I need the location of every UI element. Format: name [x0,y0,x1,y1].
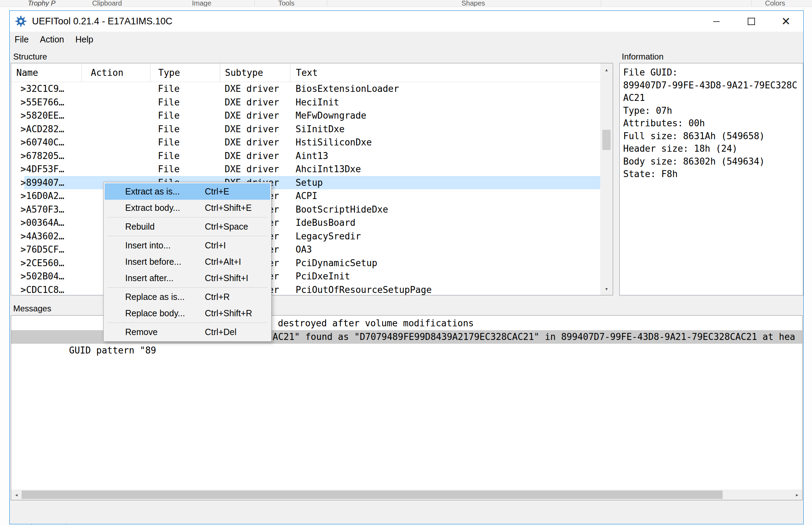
vertical-scrollbar-thumb[interactable] [602,130,611,150]
row-name-text: 55E766… [26,97,64,108]
expand-chevron-icon[interactable]: > [21,270,26,283]
menu-item-insert-after[interactable]: Insert after... Ctrl+Shift+I [105,270,270,286]
tree-row-aint13[interactable]: >678205… File DXE driver Aint13 [11,149,600,163]
expand-chevron-icon[interactable]: > [21,283,26,296]
cell-action [81,96,150,109]
row-name-text: 16D0A2… [26,191,64,201]
tree-row-biosextensionloader[interactable]: >32C1C9… File DXE driver BiosExtensionLo… [11,82,600,96]
tree-row-oa3[interactable]: >76D5CF… File DXE driver OA3 [11,243,600,256]
cell-text: PciDxeInit [290,270,600,283]
column-header-text[interactable]: Text [290,63,613,82]
cell-subtype: DXE driver [220,82,290,96]
row-name-text: A570F3… [26,204,64,215]
menu-item-rebuild[interactable]: Rebuild Ctrl+Space [105,218,270,235]
row-name-text: 60740C… [26,137,64,148]
close-button[interactable]: × [769,11,803,32]
expand-chevron-icon[interactable]: > [21,243,26,256]
column-header-subtype[interactable]: Subtype [220,63,290,82]
expand-chevron-icon[interactable]: > [21,176,26,190]
background-group-tools: Tools [278,0,295,7]
column-header-name[interactable]: Name [11,63,81,82]
cell-subtype: DXE driver [220,149,290,163]
scroll-left-button[interactable]: ◂ [11,490,22,500]
cell-text: SiInitDxe [290,122,600,136]
menubar-item-help[interactable]: Help [71,32,98,47]
menu-item-replace-as-is[interactable]: Replace as is... Ctrl+R [105,289,270,305]
cell-text: ACPI [290,189,600,203]
info-line: Attributes: 00h [623,117,803,130]
row-name-text: 2CE560… [26,258,64,268]
menubar-item-action[interactable]: Action [35,32,69,47]
menu-item-label: Extract body... [125,203,180,213]
tree-row-legacysredir[interactable]: >4A3602… File DXE driver LegacySredir [11,230,600,243]
scroll-right-icon: ▸ [795,491,799,498]
scroll-up-button[interactable]: ▴ [600,63,613,76]
tree-row-bootscripthidedxe[interactable]: >A570F3… File DXE driver BootScriptHideD… [11,203,600,216]
cell-name: >678205… [11,149,81,163]
close-icon: × [782,14,790,29]
menu-item-extract-body[interactable]: Extract body... Ctrl+Shift+E [105,200,270,216]
expand-chevron-icon[interactable]: > [21,136,26,149]
tree-row-pcioutofresourcesetuppage[interactable]: >CDC1C8… File DXE driver PciOutOfResourc… [11,283,600,296]
expand-chevron-icon[interactable]: > [21,162,26,176]
cell-type: File [150,136,220,149]
tree-row-idebusboard[interactable]: >00364A… File DXE driver IdeBusBoard [11,216,600,230]
cell-name: >32C1C9… [11,82,81,96]
expand-chevron-icon[interactable]: > [21,122,26,136]
expand-chevron-icon[interactable]: > [21,216,26,230]
info-line: 899407D7-99FE-43D8-9A21-79EC328C [623,79,803,92]
cell-name: >00364A… [11,216,81,230]
horizontal-scrollbar-thumb[interactable] [22,491,723,499]
expand-chevron-icon[interactable]: > [21,109,26,122]
menu-item-remove[interactable]: Remove Ctrl+Del [105,324,270,340]
expand-chevron-icon[interactable]: > [21,256,26,270]
horizontal-scrollbar[interactable]: ◂ ▸ [11,490,802,500]
cell-type: File [150,96,220,109]
tree-row-heciinit[interactable]: >55E766… File DXE driver HeciInit [11,96,600,109]
menu-item-label: Replace as is... [125,292,185,302]
vertical-scrollbar[interactable]: ▴ ▾ [600,63,613,295]
menubar: File Action Help [10,32,803,47]
menu-item-insert-before[interactable]: Insert before... Ctrl+Alt+I [105,254,270,270]
tree-row-hstisilicondxe[interactable]: >60740C… File DXE driver HstiSiliconDxe [11,136,600,149]
menu-item-label: Insert after... [125,273,174,283]
expand-chevron-icon[interactable]: > [21,203,26,216]
tree-row-pcidxeinit[interactable]: >502B04… File DXE driver PciDxeInit [11,270,600,283]
expand-chevron-icon[interactable]: > [21,96,26,109]
expand-chevron-icon[interactable]: > [21,149,26,163]
menu-item-shortcut: Ctrl+Shift+I [205,270,248,286]
minimize-button[interactable]: ─ [699,11,734,32]
tree-row-setup[interactable]: >899407… File DXE driver Setup [11,176,600,190]
scroll-down-button[interactable]: ▾ [600,283,613,295]
column-header-type[interactable]: Type [150,63,220,82]
maximize-button[interactable] [734,11,769,32]
ribbon-separator [751,0,751,7]
scroll-right-button[interactable]: ▸ [792,490,802,500]
row-name-text: 678205… [26,151,64,161]
expand-chevron-icon[interactable]: > [21,82,26,96]
structure-panel-label: Structure [13,52,47,62]
menu-item-extract-as-is[interactable]: Extract as is... Ctrl+E [105,183,270,200]
tree-row-ahciint13dxe[interactable]: >4DF53F… File DXE driver AhciInt13Dxe [11,162,600,176]
menu-item-shortcut: Ctrl+I [205,237,226,254]
info-line: AC21 [623,92,803,104]
menubar-item-file[interactable]: File [10,32,33,47]
ribbon-separator [97,0,97,7]
menu-item-shortcut: Ctrl+Del [205,324,236,340]
expand-chevron-icon[interactable]: > [21,189,26,203]
menu-item-replace-body[interactable]: Replace body... Ctrl+Shift+R [105,305,270,321]
tree-row-acpi[interactable]: >16D0A2… File DXE driver ACPI [11,189,600,203]
column-header-action[interactable]: Action [81,63,150,82]
cell-type: File [150,149,220,163]
cell-text: PciDynamicSetup [290,256,600,270]
message-text-right: destroyed after volume modifications [278,317,474,330]
cell-name: >4A3602… [11,230,81,243]
tree-row-mefwdowngrade[interactable]: >5820EE… File DXE driver MeFwDowngrade [11,109,600,122]
menu-item-insert-into[interactable]: Insert into... Ctrl+I [105,237,270,254]
row-name-text: 32C1C9… [26,83,64,94]
tree-row-pcidynamicsetup[interactable]: >2CE560… File DXE driver PciDynamicSetup [11,256,600,270]
cell-text: BiosExtensionLoader [290,82,600,96]
expand-chevron-icon[interactable]: > [21,230,26,243]
tree-row-siinitdxe[interactable]: >ACD282… File DXE driver SiInitDxe [11,122,600,136]
cell-name: >A570F3… [11,203,81,216]
